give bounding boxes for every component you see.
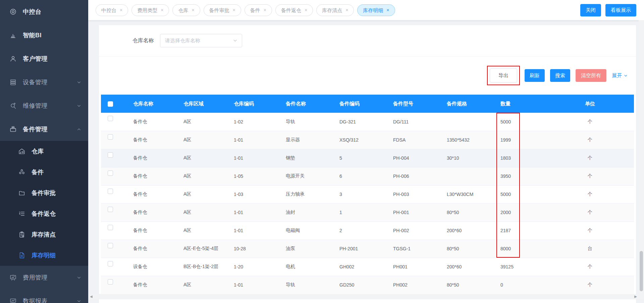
sidebar-item-console[interactable]: 中控台 [0, 0, 88, 23]
cell: 备件仓 [120, 167, 170, 185]
row-checkbox[interactable] [108, 116, 113, 121]
row-checkbox[interactable] [108, 152, 113, 158]
sidebar-item-stock-detail[interactable]: 库存明细 [0, 245, 88, 266]
cell: 设备仓 [120, 258, 170, 276]
vertical-scrollbar-thumb[interactable] [640, 251, 643, 291]
cell: 200*60 [433, 258, 487, 276]
tab-中控台[interactable]: 中控台× [96, 4, 128, 16]
row-checkbox[interactable] [108, 225, 113, 230]
expand-link[interactable]: 展开 [612, 72, 628, 79]
cell: 备件仓 [120, 149, 170, 167]
sidebar-item-label: 备件 [32, 168, 44, 176]
refresh-button[interactable]: 刷新 [525, 69, 545, 82]
cell: 1 [326, 203, 380, 221]
cell: 39125 [487, 258, 546, 276]
table-row[interactable]: 备件仓A区1-01油封1PH-00180*502000个 [101, 203, 634, 221]
cell: 个 [546, 258, 634, 276]
cell: A区 [170, 221, 220, 240]
cell: TGSG-1 [380, 240, 433, 258]
tab-备件审批[interactable]: 备件审批× [204, 4, 241, 16]
table-row[interactable]: 备件仓A区1-02导轨DG-321DG/1115000个 [101, 113, 634, 131]
close-icon[interactable]: × [161, 8, 163, 12]
row-checkbox[interactable] [108, 279, 113, 285]
cell [433, 113, 487, 131]
table-row[interactable]: 备件仓A区1-01显示器XSQ/312FDSA1350*54321999个 [101, 131, 634, 149]
row-checkbox[interactable] [108, 261, 113, 266]
close-icon[interactable]: × [233, 8, 235, 12]
sidebar-item-label: 备件管理 [23, 125, 76, 133]
table-row[interactable]: 设备仓B区-B仓-1架-2层1-20电机GH002PH001200*603912… [101, 258, 634, 276]
table-row[interactable]: 备件仓A区1-01导轨GD250PH00280*500个 [101, 276, 634, 294]
warehouse-select[interactable]: 请选择仓库名称 [160, 34, 242, 47]
sidebar-item-devices[interactable]: 设备管理 [0, 70, 88, 94]
sidebar-item-spare-parts[interactable]: 备件管理 [0, 117, 88, 141]
table-row[interactable]: 备件仓A区1-01钢垫5PH-00430*101803个 [101, 149, 634, 167]
row-checkbox-cell [101, 149, 120, 167]
table-row[interactable]: 备件仓A区-E仓-5架-4层10-28油泵PH-2001TGSG-180*508… [101, 240, 634, 258]
vertical-scrollbar[interactable] [639, 20, 644, 299]
row-checkbox[interactable] [108, 170, 113, 176]
row-checkbox[interactable] [108, 134, 113, 140]
sidebar-item-parts[interactable]: 备件 [0, 162, 88, 183]
table-row[interactable]: 备件仓A区1-03压力轴承3PH-003L30*W30CM5000个 [101, 185, 634, 203]
sidebar-item-maintenance[interactable]: 维修管理 [0, 94, 88, 117]
sidebar-item-parts-return[interactable]: 备件返仓 [0, 203, 88, 224]
sidebar-item-warehouse[interactable]: 仓库 [0, 141, 88, 162]
cell: A区 [170, 185, 220, 203]
toolbar: 导出 刷新 搜索 清空所有 展开 [99, 56, 636, 95]
sidebar-item-label: 备件审批 [32, 189, 56, 197]
sidebar-item-reports[interactable]: 数据报表 [0, 289, 88, 303]
sidebar-item-parts-approval[interactable]: 备件审批 [0, 183, 88, 203]
tab-库存明细[interactable]: 库存明细× [357, 4, 395, 16]
scroll-left-arrow-icon[interactable]: ◀ [90, 295, 93, 298]
export-wrap: 导出 [490, 68, 517, 83]
tab-备件[interactable]: 备件× [245, 4, 272, 16]
export-button[interactable]: 导出 [490, 68, 517, 83]
board-display-button[interactable]: 看板展示 [605, 4, 636, 16]
row-checkbox[interactable] [108, 243, 113, 248]
sidebar-item-customers[interactable]: 客户管理 [0, 47, 88, 70]
sidebar-item-label: 库存清点 [32, 231, 56, 239]
select-all-checkbox[interactable] [108, 101, 113, 107]
close-icon[interactable]: × [305, 8, 307, 12]
column-header: 备件编码 [326, 95, 380, 113]
cell: 个 [546, 276, 634, 294]
tab-费用类型[interactable]: 费用类型× [131, 4, 169, 16]
close-icon[interactable]: × [192, 8, 194, 12]
row-checkbox[interactable] [108, 207, 113, 212]
horizontal-scrollbar[interactable]: ◀ ▶ [88, 294, 639, 299]
cell: FDSA [380, 131, 433, 149]
cell: GD250 [326, 276, 380, 294]
sidebar-item-label: 设备管理 [23, 78, 76, 86]
column-header: 备件规格 [433, 95, 487, 113]
cell: 导轨 [272, 113, 326, 131]
table-row[interactable]: 备件仓A区1-05电源开关6PH-0063950个 [101, 167, 634, 185]
tab-备件返仓[interactable]: 备件返仓× [275, 4, 313, 16]
chart-bars-icon [9, 32, 17, 39]
cell: PH002 [380, 276, 433, 294]
table-row[interactable]: 备件仓A区1-01电磁阀2PH-002200*602187个 [101, 221, 634, 240]
cell: 30*10 [433, 149, 487, 167]
sidebar-item-label: 费用管理 [23, 273, 76, 282]
row-checkbox-cell [101, 167, 120, 185]
cubes-icon [18, 168, 25, 176]
row-checkbox[interactable] [108, 189, 113, 194]
sidebar-item-expenses[interactable]: 费用管理 [0, 266, 88, 289]
sidebar-item-smart-bi[interactable]: 智能BI [0, 23, 88, 47]
cell: 1803 [487, 149, 546, 167]
tab-库存清点[interactable]: 库存清点× [316, 4, 354, 16]
close-button[interactable]: 关闭 [580, 4, 601, 16]
cell: 油泵 [272, 240, 326, 258]
sidebar-item-stock-count[interactable]: 库存清点 [0, 224, 88, 245]
close-icon[interactable]: × [264, 8, 266, 12]
close-icon[interactable]: × [386, 8, 389, 12]
close-icon[interactable]: × [120, 8, 122, 12]
row-checkbox-cell [101, 240, 120, 258]
close-icon[interactable]: × [345, 8, 348, 12]
clear-all-button[interactable]: 清空所有 [576, 69, 606, 82]
cell: 备件仓 [120, 113, 170, 131]
scroll-right-arrow-icon[interactable]: ▶ [634, 295, 637, 298]
cell: PH-006 [380, 167, 433, 185]
tab-仓库[interactable]: 仓库× [172, 4, 200, 16]
search-button[interactable]: 搜索 [550, 69, 570, 82]
